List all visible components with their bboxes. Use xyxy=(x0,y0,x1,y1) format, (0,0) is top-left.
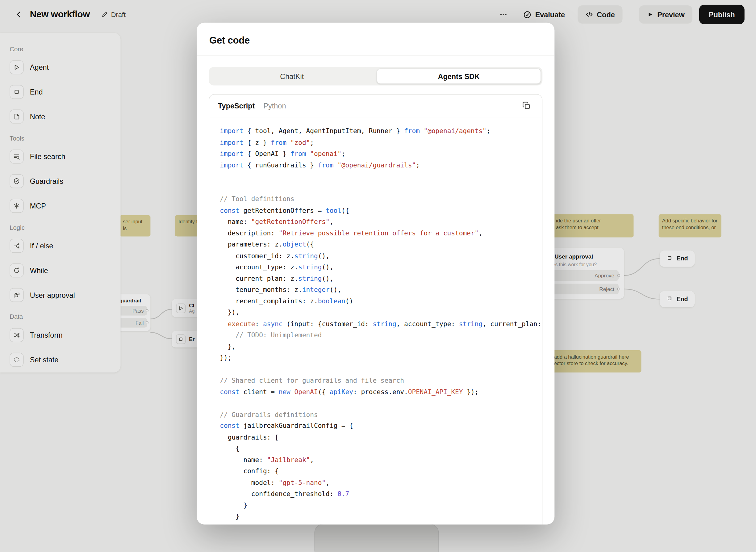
copy-code-button[interactable] xyxy=(520,99,533,113)
code-line xyxy=(220,398,542,409)
code-line xyxy=(220,182,542,194)
sdk-tab-switcher: ChatKit Agents SDK xyxy=(209,67,542,85)
code-line: } xyxy=(220,500,542,511)
code-line: // TODO: Unimplemented xyxy=(220,329,542,341)
code-line: } xyxy=(220,511,542,522)
copy-icon xyxy=(522,101,531,110)
code-line: { xyxy=(220,443,542,454)
code-line: const getRetentionOffers = tool({ xyxy=(220,205,542,216)
code-line: // Guardrails definitions xyxy=(220,409,542,420)
code-line: tenure_months: z.integer(), xyxy=(220,284,542,296)
modal-title: Get code xyxy=(209,35,542,46)
code-line: import { tool, Agent, AgentInputItem, Ru… xyxy=(220,125,542,137)
tab-chatkit[interactable]: ChatKit xyxy=(210,68,374,84)
code-lines: import { tool, Agent, AgentInputItem, Ru… xyxy=(220,125,542,522)
app-root: ser input is Identify t ak guardrail Pas… xyxy=(0,0,756,552)
code-line: guardrails: [ xyxy=(220,431,542,443)
code-line xyxy=(220,364,542,375)
tab-agents-sdk[interactable]: Agents SDK xyxy=(377,68,541,84)
code-line: import { OpenAI } from "openai"; xyxy=(220,148,542,160)
lang-tab-python[interactable]: Python xyxy=(263,102,286,110)
code-line: // Tool definitions xyxy=(220,193,542,205)
code-line: description: "Retrieve possible retentio… xyxy=(220,227,542,239)
code-line: name: "getRetentionOffers", xyxy=(220,216,542,228)
code-line: config: { xyxy=(220,465,542,477)
code-line: recent_complaints: z.boolean() xyxy=(220,296,542,307)
code-line: const jailbreakGuardrailConfig = { xyxy=(220,420,542,432)
get-code-modal: Get code ChatKit Agents SDK TypeScript P… xyxy=(197,22,554,524)
code-line: name: "Jailbreak", xyxy=(220,454,542,466)
code-block[interactable]: import { tool, Agent, AgentInputItem, Ru… xyxy=(209,117,542,522)
code-panel-header: TypeScript Python xyxy=(209,95,542,117)
code-line: }); xyxy=(220,352,542,364)
code-line xyxy=(220,171,542,182)
code-line: parameters: z.object({ xyxy=(220,239,542,250)
code-panel: TypeScript Python import { tool, Agent, … xyxy=(209,94,542,525)
lang-tab-typescript[interactable]: TypeScript xyxy=(218,102,255,110)
code-line: // Shared client for guardrails and file… xyxy=(220,375,542,386)
code-line: const client = new OpenAI({ apiKey: proc… xyxy=(220,386,542,398)
code-line: model: "gpt-5-nano", xyxy=(220,477,542,489)
code-line: customer_id: z.string(), xyxy=(220,250,542,262)
code-line: }), xyxy=(220,307,542,318)
code-line: }, xyxy=(220,341,542,353)
code-line: import { z } from "zod"; xyxy=(220,137,542,148)
modal-header: Get code xyxy=(197,22,554,55)
code-line: account_type: z.string(), xyxy=(220,262,542,273)
code-line: current_plan: z.string(), xyxy=(220,273,542,284)
code-line: execute: async (input: {customer_id: str… xyxy=(220,318,542,329)
code-line: confidence_threshold: 0.7 xyxy=(220,489,542,500)
code-line: import { runGuardrails } from "@openai/g… xyxy=(220,159,542,171)
